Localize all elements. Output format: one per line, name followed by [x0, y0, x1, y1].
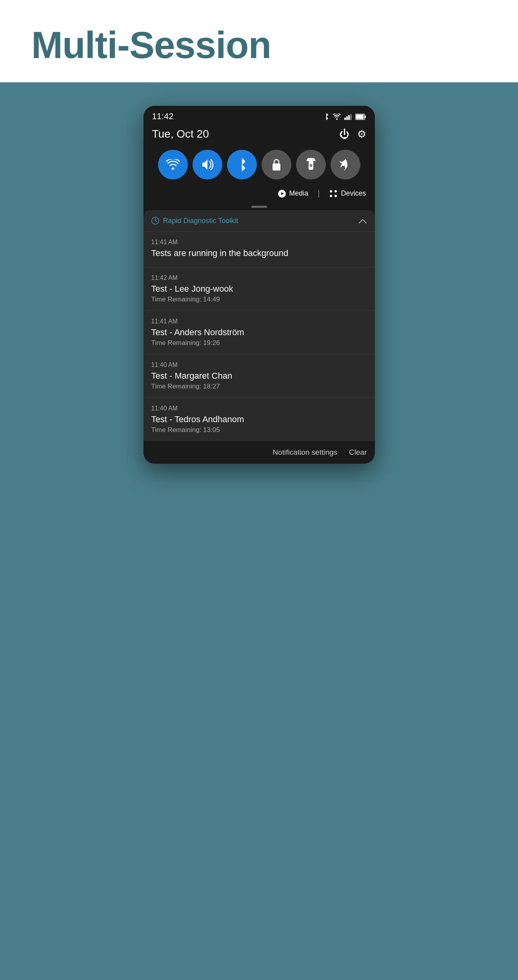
settings-button[interactable]: ⚙	[357, 128, 366, 140]
clear-notifications-button[interactable]: Clear	[349, 448, 367, 457]
notif-title-4: Test - Margaret Chan	[151, 371, 367, 381]
status-icons	[323, 112, 366, 120]
phone-frame: 11:42	[144, 106, 375, 464]
svg-rect-0	[344, 118, 346, 120]
page-title-section: Multi-Session	[0, 0, 518, 82]
media-button[interactable]: Media	[278, 189, 308, 198]
notif-app-name-row: Rapid Diagnostic Toolkit	[151, 217, 238, 225]
qs-media-row: Media | Devices	[144, 185, 375, 204]
svg-point-16	[334, 190, 337, 192]
qs-date: Tue, Oct 20	[152, 128, 209, 140]
bluetooth-toggle[interactable]	[227, 150, 257, 180]
svg-rect-3	[350, 114, 352, 120]
notif-app-name-label: Rapid Diagnostic Toolkit	[163, 217, 238, 225]
flashlight-toggle[interactable]	[296, 150, 326, 180]
devices-button[interactable]: Devices	[329, 189, 366, 198]
qs-controls: ⏻ ⚙	[339, 128, 366, 140]
svg-rect-5	[365, 116, 366, 118]
bluetooth-status-icon	[323, 112, 329, 120]
svg-point-12	[309, 164, 313, 167]
notif-time-2: 11:42 AM	[151, 274, 367, 281]
status-bar: 11:42	[144, 106, 375, 124]
drag-handle-bar	[251, 206, 267, 208]
notif-title-1: Tests are running in the background	[151, 248, 367, 258]
svg-point-7	[172, 167, 174, 170]
notif-subtitle-2: Time Remaining: 14:49	[151, 296, 367, 303]
media-label: Media	[289, 189, 308, 198]
notification-item-3[interactable]: 11:41 AM Test - Anders Nordström Time Re…	[144, 311, 375, 354]
svg-marker-10	[306, 158, 316, 161]
wifi-toggle[interactable]	[158, 150, 188, 180]
page-title: Multi-Session	[31, 24, 487, 67]
notification-settings-button[interactable]: Notification settings	[273, 448, 337, 457]
svg-point-17	[330, 195, 332, 197]
notif-title-5: Test - Tedros Andhanom	[151, 414, 367, 425]
drag-handle	[144, 204, 375, 210]
notif-time-3: 11:41 AM	[151, 318, 367, 325]
power-button[interactable]: ⏻	[339, 128, 349, 140]
notif-subtitle-3: Time Remaining: 19:26	[151, 339, 367, 347]
svg-point-15	[330, 190, 332, 192]
lock-toggle[interactable]	[262, 150, 291, 180]
notif-group-header: Rapid Diagnostic Toolkit	[144, 210, 375, 232]
notification-panel: Rapid Diagnostic Toolkit 11:41 AM Tests …	[144, 210, 375, 441]
notif-title-3: Test - Anders Nordström	[151, 327, 367, 338]
qs-toggles	[144, 146, 375, 185]
media-devices-divider: |	[318, 189, 320, 198]
notification-item-2[interactable]: 11:42 AM Test - Lee Jong-wook Time Remai…	[144, 267, 375, 311]
notif-time-5: 11:40 AM	[151, 405, 367, 412]
svg-point-9	[275, 166, 277, 168]
notif-collapse-button[interactable]	[358, 216, 367, 226]
notif-time-1: 11:41 AM	[151, 239, 367, 246]
devices-label: Devices	[341, 189, 366, 198]
svg-point-18	[334, 195, 337, 197]
svg-rect-2	[348, 115, 350, 120]
notif-subtitle-4: Time Remaining: 18:27	[151, 383, 367, 390]
qs-header: Tue, Oct 20 ⏻ ⚙	[144, 124, 375, 146]
notification-item-5[interactable]: 11:40 AM Test - Tedros Andhanom Time Rem…	[144, 398, 375, 441]
teal-background: 11:42	[0, 82, 518, 980]
svg-rect-1	[346, 116, 348, 120]
notif-title-2: Test - Lee Jong-wook	[151, 284, 367, 294]
notif-time-4: 11:40 AM	[151, 361, 367, 368]
volume-toggle[interactable]	[193, 150, 222, 180]
notif-bottom-bar: Notification settings Clear	[144, 441, 375, 464]
wifi-status-icon	[333, 113, 341, 121]
notification-item-1[interactable]: 11:41 AM Tests are running in the backgr…	[144, 232, 375, 267]
notif-subtitle-5: Time Remaining: 13:05	[151, 426, 367, 434]
notification-item-4[interactable]: 11:40 AM Test - Margaret Chan Time Remai…	[144, 354, 375, 398]
battery-text	[355, 113, 366, 121]
svg-rect-6	[356, 114, 364, 119]
signal-icon	[344, 113, 352, 121]
airplane-toggle[interactable]	[331, 150, 360, 180]
status-time: 11:42	[152, 111, 174, 122]
